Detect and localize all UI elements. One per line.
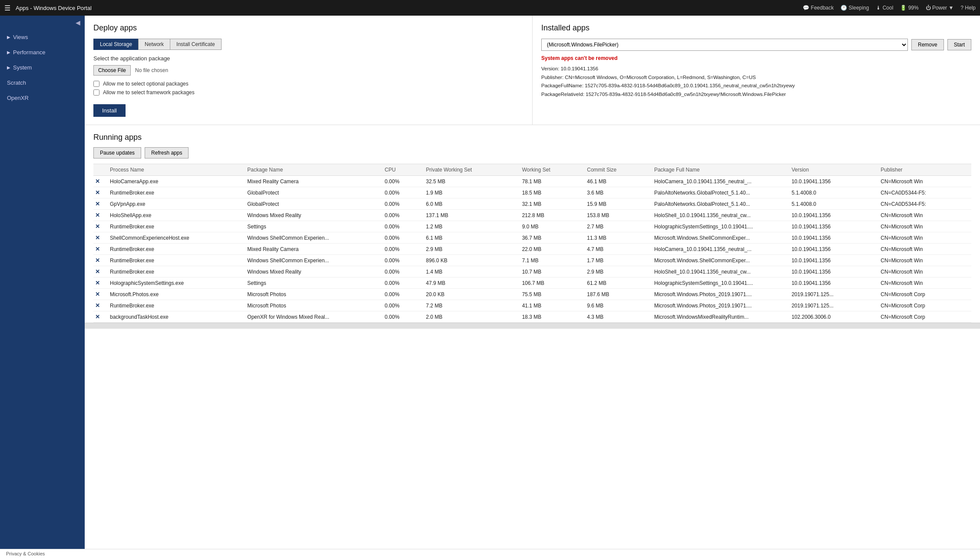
version-cell: 10.0.19041.1356 <box>787 176 876 187</box>
tab-network[interactable]: Network <box>138 39 170 50</box>
cpu-cell: 0.00% <box>381 277 422 289</box>
package-name-cell: Windows ShellCommon Experien... <box>243 255 380 266</box>
process-name-cell: GpVpnApp.exe <box>106 198 243 210</box>
horizontal-scrollbar[interactable] <box>85 323 980 329</box>
cs-cell: 15.9 MB <box>583 198 650 210</box>
ws-cell: 32.1 MB <box>518 198 583 210</box>
process-name-cell: HolographicSystemSettings.exe <box>106 277 243 289</box>
table-row: ✕ HoloShellApp.exe Windows Mixed Reality… <box>93 210 971 221</box>
kill-icon[interactable]: ✕ <box>95 268 100 275</box>
publisher-cell: CN=Microsoft Corp <box>876 311 971 323</box>
col-cs: Commit Size <box>583 164 650 176</box>
file-row: Choose File No file chosen <box>93 65 523 76</box>
sidebar-collapse-button[interactable]: ◀ <box>0 16 85 30</box>
kill-cell[interactable]: ✕ <box>93 198 106 210</box>
ws-cell: 18.3 MB <box>518 311 583 323</box>
pause-updates-button[interactable]: Pause updates <box>93 147 141 158</box>
kill-icon[interactable]: ✕ <box>95 178 100 185</box>
version-cell: 5.1.4008.0 <box>787 187 876 198</box>
privacy-cookies-link[interactable]: Privacy & Cookies <box>6 551 45 556</box>
kill-cell[interactable]: ✕ <box>93 266 106 277</box>
refresh-apps-button[interactable]: Refresh apps <box>145 147 189 158</box>
optional-packages-checkbox[interactable] <box>93 81 99 87</box>
kill-icon[interactable]: ✕ <box>95 201 100 207</box>
kill-cell[interactable]: ✕ <box>93 244 106 255</box>
remove-button[interactable]: Remove <box>911 39 944 50</box>
col-kill <box>93 164 106 176</box>
pws-cell: 1.9 MB <box>422 187 518 198</box>
sidebar-item-scratch[interactable]: Scratch <box>0 75 85 90</box>
ws-cell: 9.0 MB <box>518 221 583 232</box>
table-row: ✕ Microsoft.Photos.exe Microsoft Photos … <box>93 289 971 300</box>
kill-icon[interactable]: ✕ <box>95 291 100 297</box>
publisher-cell: CN=Microsoft Corp <box>876 289 971 300</box>
feedback-link[interactable]: 💬 Feedback <box>803 5 834 11</box>
ws-cell: 36.7 MB <box>518 232 583 244</box>
table-row: ✕ GpVpnApp.exe GlobalProtect 0.00% 6.0 M… <box>93 198 971 210</box>
cs-cell: 61.2 MB <box>583 277 650 289</box>
help-link[interactable]: ? Help <box>960 5 976 11</box>
publisher-cell: CN=Microsoft Win <box>876 266 971 277</box>
kill-icon[interactable]: ✕ <box>95 257 100 264</box>
pws-cell: 2.0 MB <box>422 311 518 323</box>
no-file-text: No file chosen <box>135 67 168 73</box>
kill-icon[interactable]: ✕ <box>95 314 100 320</box>
package-name-cell: Mixed Reality Camera <box>243 176 380 187</box>
app-package-relative-id: PackageRelativeId: 1527c705-839a-4832-91… <box>541 90 971 99</box>
cpu-cell: 0.00% <box>381 244 422 255</box>
pws-cell: 6.1 MB <box>422 232 518 244</box>
kill-icon[interactable]: ✕ <box>95 246 100 252</box>
sidebar-item-system[interactable]: ▶ System <box>0 60 85 75</box>
process-name-cell: Microsoft.Photos.exe <box>106 289 243 300</box>
cs-cell: 11.3 MB <box>583 232 650 244</box>
app-title: Apps - Windows Device Portal <box>16 5 803 11</box>
sidebar-item-openxr[interactable]: OpenXR <box>0 90 85 106</box>
app-package-full-name: PackageFullName: 1527c705-839a-4832-9118… <box>541 82 971 90</box>
pfn-cell: HoloShell_10.0.19041.1356_neutral_cw... <box>650 266 787 277</box>
tab-install-certificate[interactable]: Install Certificate <box>170 39 222 50</box>
table-row: ✕ RuntimeBroker.exe GlobalProtect 0.00% … <box>93 187 971 198</box>
table-row: ✕ RuntimeBroker.exe Microsoft Photos 0.0… <box>93 300 971 311</box>
kill-icon[interactable]: ✕ <box>95 223 100 230</box>
kill-icon[interactable]: ✕ <box>95 280 100 286</box>
pfn-cell: HoloShell_10.0.19041.1356_neutral_cw... <box>650 210 787 221</box>
sidebar-item-system-label: System <box>13 64 32 71</box>
power-menu[interactable]: ⏻ Power ▼ <box>926 5 954 11</box>
sidebar-item-views[interactable]: ▶ Views <box>0 30 85 45</box>
kill-cell[interactable]: ✕ <box>93 221 106 232</box>
install-button[interactable]: Install <box>93 104 126 117</box>
tab-local-storage[interactable]: Local Storage <box>93 39 138 50</box>
table-row: ✕ backgroundTaskHost.exe OpenXR for Wind… <box>93 311 971 323</box>
framework-packages-checkbox[interactable] <box>93 89 99 96</box>
pws-cell: 2.9 MB <box>422 244 518 255</box>
kill-cell[interactable]: ✕ <box>93 311 106 323</box>
running-section: Running apps Pause updates Refresh apps … <box>85 125 980 323</box>
pws-cell: 47.9 MB <box>422 277 518 289</box>
kill-cell[interactable]: ✕ <box>93 289 106 300</box>
kill-cell[interactable]: ✕ <box>93 277 106 289</box>
kill-icon[interactable]: ✕ <box>95 302 100 309</box>
kill-cell[interactable]: ✕ <box>93 176 106 187</box>
kill-cell[interactable]: ✕ <box>93 187 106 198</box>
table-row: ✕ ShellCommonExperienceHost.exe Windows … <box>93 232 971 244</box>
start-button[interactable]: Start <box>947 39 971 50</box>
pws-cell: 32.5 MB <box>422 176 518 187</box>
kill-cell[interactable]: ✕ <box>93 300 106 311</box>
pfn-cell: Microsoft.WindowsMixedRealityRuntim... <box>650 311 787 323</box>
kill-cell[interactable]: ✕ <box>93 255 106 266</box>
content-area: Deploy apps Local Storage Network Instal… <box>85 16 980 549</box>
kill-icon[interactable]: ✕ <box>95 189 100 196</box>
apps-table-wrapper: Process Name Package Name CPU Private Wo… <box>93 164 971 323</box>
version-cell: 5.1.4008.0 <box>787 198 876 210</box>
kill-icon[interactable]: ✕ <box>95 212 100 218</box>
kill-icon[interactable]: ✕ <box>95 234 100 241</box>
sidebar-item-performance[interactable]: ▶ Performance <box>0 45 85 60</box>
hamburger-menu[interactable]: ☰ <box>4 4 10 12</box>
choose-file-button[interactable]: Choose File <box>93 65 131 76</box>
apps-table-body: ✕ HoloCameraApp.exe Mixed Reality Camera… <box>93 176 971 323</box>
app-selector[interactable]: (Microsoft.Windows.FilePicker) <box>541 39 908 51</box>
kill-cell[interactable]: ✕ <box>93 232 106 244</box>
bottom-bar[interactable]: Privacy & Cookies <box>0 549 980 558</box>
col-publisher: Publisher <box>876 164 971 176</box>
kill-cell[interactable]: ✕ <box>93 210 106 221</box>
